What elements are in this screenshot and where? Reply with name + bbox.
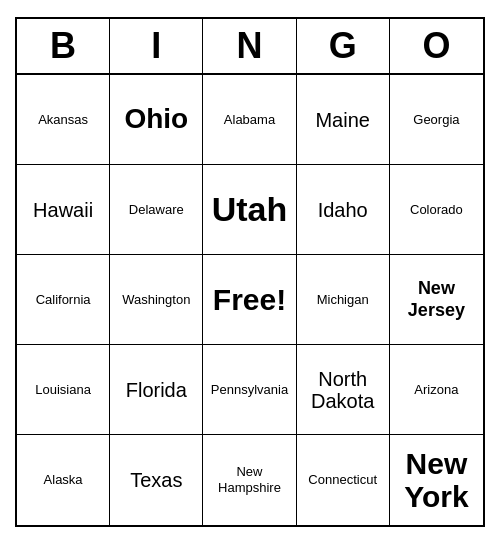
cell-text-15: Louisiana	[35, 382, 91, 398]
bingo-cell-3: Maine	[297, 75, 390, 165]
bingo-cell-24: New York	[390, 435, 483, 525]
bingo-cell-1: Ohio	[110, 75, 203, 165]
bingo-cell-20: Alaska	[17, 435, 110, 525]
cell-text-20: Alaska	[44, 472, 83, 488]
bingo-cell-11: Washington	[110, 255, 203, 345]
header-letter-g: G	[297, 19, 390, 73]
bingo-cell-8: Idaho	[297, 165, 390, 255]
bingo-cell-23: Connecticut	[297, 435, 390, 525]
header-letter-b: B	[17, 19, 110, 73]
cell-text-11: Washington	[122, 292, 190, 308]
cell-text-14: New Jersey	[394, 278, 479, 321]
bingo-cell-16: Florida	[110, 345, 203, 435]
bingo-cell-2: Alabama	[203, 75, 296, 165]
bingo-cell-21: Texas	[110, 435, 203, 525]
bingo-cell-6: Delaware	[110, 165, 203, 255]
cell-text-7: Utah	[212, 191, 288, 228]
cell-text-5: Hawaii	[33, 199, 93, 221]
cell-text-8: Idaho	[318, 199, 368, 221]
bingo-cell-14: New Jersey	[390, 255, 483, 345]
bingo-cell-13: Michigan	[297, 255, 390, 345]
cell-text-0: Akansas	[38, 112, 88, 128]
bingo-header: BINGO	[17, 19, 483, 75]
header-letter-n: N	[203, 19, 296, 73]
cell-text-12: Free!	[213, 283, 286, 317]
cell-text-19: Arizona	[414, 382, 458, 398]
cell-text-9: Colorado	[410, 202, 463, 218]
bingo-cell-22: New Hampshire	[203, 435, 296, 525]
cell-text-17: Pennsylvania	[211, 382, 288, 398]
cell-text-24: New York	[394, 447, 479, 513]
cell-text-13: Michigan	[317, 292, 369, 308]
cell-text-18: North Dakota	[301, 368, 385, 412]
cell-text-3: Maine	[315, 109, 369, 131]
header-letter-o: O	[390, 19, 483, 73]
cell-text-2: Alabama	[224, 112, 275, 128]
cell-text-23: Connecticut	[308, 472, 377, 488]
bingo-cell-5: Hawaii	[17, 165, 110, 255]
bingo-cell-12: Free!	[203, 255, 296, 345]
bingo-cell-17: Pennsylvania	[203, 345, 296, 435]
bingo-grid: AkansasOhioAlabamaMaineGeorgiaHawaiiDela…	[17, 75, 483, 525]
bingo-card: BINGO AkansasOhioAlabamaMaineGeorgiaHawa…	[15, 17, 485, 527]
bingo-cell-0: Akansas	[17, 75, 110, 165]
cell-text-4: Georgia	[413, 112, 459, 128]
bingo-cell-9: Colorado	[390, 165, 483, 255]
cell-text-21: Texas	[130, 469, 182, 491]
bingo-cell-4: Georgia	[390, 75, 483, 165]
cell-text-1: Ohio	[124, 104, 188, 135]
cell-text-10: California	[36, 292, 91, 308]
bingo-cell-15: Louisiana	[17, 345, 110, 435]
cell-text-22: New Hampshire	[207, 464, 291, 495]
cell-text-6: Delaware	[129, 202, 184, 218]
bingo-cell-7: Utah	[203, 165, 296, 255]
cell-text-16: Florida	[126, 379, 187, 401]
bingo-cell-10: California	[17, 255, 110, 345]
header-letter-i: I	[110, 19, 203, 73]
bingo-cell-19: Arizona	[390, 345, 483, 435]
bingo-cell-18: North Dakota	[297, 345, 390, 435]
